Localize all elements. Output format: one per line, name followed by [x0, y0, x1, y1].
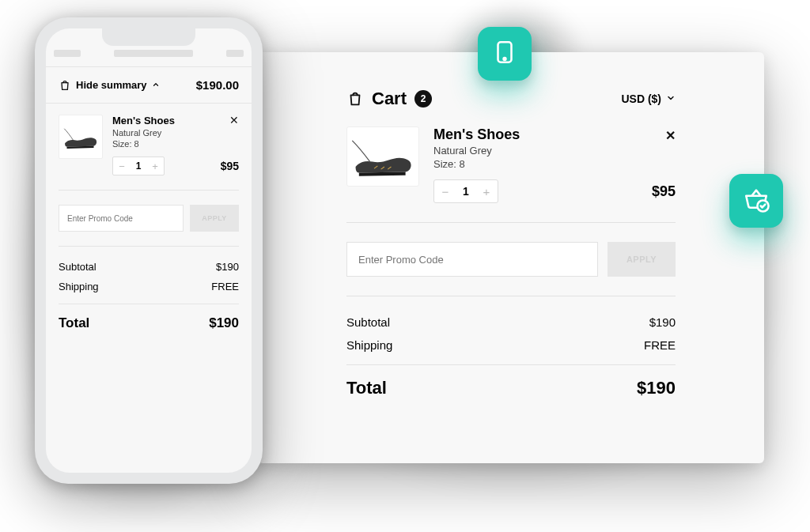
qty-increase-button[interactable]: + [146, 157, 164, 175]
shipping-label: Shipping [346, 338, 392, 352]
product-size: Size: 8 [112, 139, 239, 149]
mobile-screen: Hide summary $190.00 ✕ Men's Sh [46, 28, 252, 473]
quantity-stepper: − 1 + [433, 179, 498, 203]
cart-title: Cart [372, 89, 407, 109]
total-value: $190 [637, 378, 676, 398]
total-label: Total [59, 315, 89, 331]
remove-item-button[interactable]: ✕ [665, 128, 676, 143]
cart-item: ✕ Men's Shoes Natural Grey Size: 8 − 1 +… [59, 115, 239, 175]
total-label: Total [346, 378, 387, 398]
divider [59, 304, 239, 304]
bag-icon [59, 79, 71, 92]
bag-icon [346, 90, 364, 108]
divider [346, 364, 676, 365]
currency-label: USD ($) [621, 92, 661, 105]
product-title: Men's Shoes [433, 126, 676, 143]
line-price: $95 [221, 160, 239, 172]
cart-count-badge: 2 [414, 90, 432, 108]
product-thumbnail [346, 126, 419, 187]
device-badge [478, 27, 532, 81]
subtotal-value: $190 [216, 261, 239, 273]
tablet-icon [491, 39, 518, 69]
basket-check-badge [729, 174, 783, 228]
qty-decrease-button[interactable]: − [434, 180, 456, 202]
cart-item: ✕ Men's Shoes Natural Grey Size: 8 − 1 +… [346, 126, 676, 203]
quantity-stepper: − 1 + [112, 157, 165, 175]
shipping-value: FREE [211, 281, 239, 292]
qty-decrease-button[interactable]: − [113, 157, 131, 175]
total-value: $190 [209, 315, 239, 331]
phone-notch [102, 28, 195, 46]
basket-check-icon [743, 186, 770, 216]
chevron-up-icon [152, 81, 160, 90]
subtotal-label: Subtotal [59, 261, 97, 273]
subtotal-value: $190 [649, 315, 676, 329]
shipping-label: Shipping [59, 281, 99, 292]
product-color: Natural Grey [433, 145, 676, 157]
apply-promo-button[interactable]: APPLY [190, 205, 239, 232]
placeholder-bar [54, 50, 81, 57]
svg-point-1 [504, 58, 506, 60]
placeholder-bar [226, 50, 244, 57]
product-color: Natural Grey [112, 128, 239, 138]
qty-increase-button[interactable]: + [475, 180, 498, 202]
summary-toggle-label: Hide summary [76, 79, 147, 91]
promo-code-input[interactable] [346, 242, 598, 277]
summary-toggle-bar[interactable]: Hide summary $190.00 [46, 66, 252, 104]
qty-value: 1 [456, 185, 475, 198]
apply-promo-button[interactable]: APPLY [608, 242, 676, 277]
desktop-cart-card: Cart 2 USD ($) ✕ Men's S [258, 52, 764, 463]
product-title: Men's Shoes [112, 115, 239, 126]
subtotal-label: Subtotal [346, 315, 390, 329]
product-size: Size: 8 [433, 158, 676, 170]
divider [59, 190, 239, 191]
product-thumbnail [59, 115, 103, 159]
placeholder-bar [114, 50, 193, 57]
mobile-device-frame: Hide summary $190.00 ✕ Men's Sh [35, 17, 263, 484]
qty-value: 1 [131, 160, 146, 172]
summary-price: $190.00 [196, 78, 239, 92]
chevron-down-icon [666, 92, 676, 105]
promo-code-input[interactable] [59, 205, 184, 232]
currency-selector[interactable]: USD ($) [621, 92, 676, 105]
divider [346, 222, 676, 223]
shipping-value: FREE [644, 338, 676, 352]
divider [59, 246, 239, 247]
remove-item-button[interactable]: ✕ [229, 115, 239, 126]
line-price: $95 [652, 183, 676, 200]
divider [346, 296, 676, 296]
